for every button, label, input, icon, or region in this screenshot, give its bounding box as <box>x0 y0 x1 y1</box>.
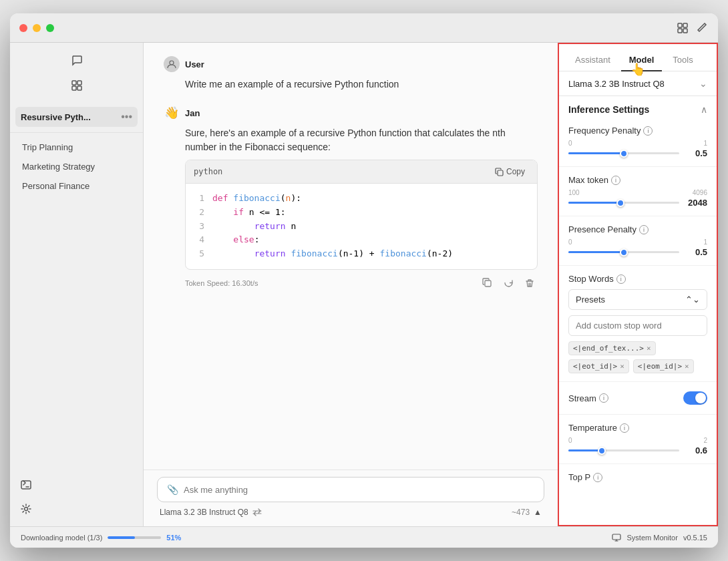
frequency-penalty-scale: 0 1 <box>568 140 707 147</box>
divider-6 <box>559 463 717 464</box>
stop-word-tag-2-remove[interactable]: × <box>620 362 624 371</box>
copy-message-icon[interactable] <box>479 275 495 291</box>
section-collapse-icon[interactable]: ∧ <box>701 104 707 115</box>
presence-penalty-value: 0.5 <box>683 247 707 257</box>
svg-rect-6 <box>72 86 76 90</box>
assistant-name: Jan <box>185 108 200 118</box>
svg-rect-4 <box>72 81 76 85</box>
temperature-slider-row: 0.6 <box>568 445 707 455</box>
presence-penalty-info[interactable]: i <box>639 225 649 234</box>
stop-word-tag-3-remove[interactable]: × <box>685 362 689 371</box>
custom-stop-word-input[interactable] <box>568 315 707 336</box>
toggle-knob <box>695 393 706 403</box>
code-header: python Copy <box>186 160 537 184</box>
tab-assistant[interactable]: Assistant <box>567 49 618 71</box>
sidebar-item-trip-planning[interactable]: Trip Planning <box>15 138 138 156</box>
more-icon[interactable]: ••• <box>121 111 132 123</box>
panel-model-name: Llama 3.2 3B Instruct Q8 <box>568 79 665 89</box>
top-p-info[interactable]: i <box>593 473 602 482</box>
token-speed: Token Speed: 16.30t/s <box>185 279 258 287</box>
max-token-setting: Max token i 100 4096 <box>559 170 717 213</box>
max-token-info[interactable]: i <box>611 176 620 185</box>
stop-words-section: Stop Words i Presets ⌃⌄ <|end_of_tex...>… <box>559 268 717 379</box>
temperature-info[interactable]: i <box>620 423 629 433</box>
minimize-button[interactable] <box>33 24 41 32</box>
swap-icon[interactable] <box>252 508 262 517</box>
stream-toggle[interactable] <box>683 391 707 405</box>
maximize-button[interactable] <box>46 24 54 32</box>
system-monitor-label[interactable]: System Monitor <box>626 534 677 542</box>
svg-point-9 <box>25 508 28 511</box>
stop-words-info[interactable]: i <box>616 274 626 284</box>
svg-rect-2 <box>678 29 682 33</box>
message-actions <box>479 275 538 291</box>
presence-penalty-slider[interactable] <box>568 251 679 253</box>
chat-input[interactable] <box>184 485 534 495</box>
frequency-penalty-value: 0.5 <box>683 148 707 158</box>
divider-1 <box>559 166 717 167</box>
grid-icon[interactable] <box>66 75 87 96</box>
code-line-3: 3 return n <box>194 220 529 234</box>
model-indicator: Llama 3.2 3B Instruct Q8 <box>160 508 262 517</box>
copy-button[interactable]: Copy <box>491 166 529 178</box>
presence-penalty-scale: 0 1 <box>568 238 707 246</box>
close-button[interactable] <box>19 24 27 32</box>
top-p-label: Top P i <box>568 472 707 482</box>
download-label: Downloading model (1/3) <box>21 534 102 542</box>
section-title: Inference Settings <box>568 104 649 115</box>
presets-dropdown[interactable]: Presets ⌃⌄ <box>568 289 707 310</box>
svg-rect-0 <box>678 23 682 27</box>
stream-info[interactable]: i <box>599 393 608 403</box>
titlebar <box>10 13 718 43</box>
section-header: Inference Settings ∧ <box>559 96 717 120</box>
refresh-icon[interactable] <box>500 275 516 291</box>
svg-rect-3 <box>683 29 687 33</box>
divider-4 <box>559 381 717 382</box>
user-message: User Write me an example of a recursive … <box>164 56 538 91</box>
panel-tabs-wrapper: Assistant Model Tools 👆 <box>559 44 717 71</box>
presets-chevron: ⌃⌄ <box>685 295 700 305</box>
chat-icon[interactable] <box>66 49 87 71</box>
message-footer: Token Speed: 16.30t/s <box>185 275 538 291</box>
statusbar-right: System Monitor v0.5.15 <box>612 533 707 542</box>
user-message-text: Write me an example of a recursive Pytho… <box>185 77 538 91</box>
svg-point-10 <box>170 61 174 65</box>
assistant-avatar: 👋 <box>164 105 180 121</box>
chat-messages: User Write me an example of a recursive … <box>144 43 558 470</box>
temperature-scale: 0 2 <box>568 437 707 444</box>
presence-penalty-label: Presence Penalty i <box>568 224 707 234</box>
frequency-penalty-info[interactable]: i <box>643 126 653 136</box>
frequency-penalty-slider[interactable] <box>568 152 679 154</box>
svg-rect-5 <box>77 81 81 85</box>
chevron-up-icon[interactable]: ▲ <box>534 508 542 517</box>
stream-label: Stream i <box>568 393 608 403</box>
sidebar-item-marketing[interactable]: Marketing Strategy <box>15 158 138 176</box>
delete-icon[interactable] <box>522 275 538 291</box>
cursor-hand-icon: 👆 <box>630 62 645 77</box>
stop-words-label: Stop Words i <box>568 274 707 284</box>
tab-tools[interactable]: Tools <box>665 49 701 71</box>
sidebar-bottom <box>10 467 143 526</box>
token-area: ~473 ▲ <box>512 508 542 517</box>
code-content: 1 def fibonacci(n): 2 if n <= 1: 3 retur… <box>186 184 537 269</box>
sidebar-item-finance[interactable]: Personal Finance <box>15 177 138 195</box>
user-name: User <box>185 59 204 69</box>
layout-icon[interactable] <box>677 22 689 34</box>
max-token-slider[interactable] <box>568 202 679 204</box>
temperature-slider[interactable] <box>568 449 679 451</box>
terminal-icon[interactable] <box>15 474 37 496</box>
stop-word-tag-1-remove[interactable]: × <box>647 344 651 353</box>
code-language: python <box>194 167 222 176</box>
stop-word-tag-1-text: <|end_of_tex...> <box>573 344 644 353</box>
right-panel: Assistant Model Tools 👆 Llama 3.2 3B Ins… <box>558 43 718 526</box>
stop-word-tag-2: <|eot_id|> × <box>568 359 629 373</box>
stop-word-tag-1: <|end_of_tex...> × <box>568 341 656 355</box>
top-p-setting: Top P i <box>559 467 717 492</box>
paperclip-icon[interactable]: 📎 <box>167 484 178 495</box>
active-chat-row[interactable]: Resursive Pyth... ••• <box>15 107 138 127</box>
settings-icon[interactable] <box>15 498 37 520</box>
temperature-setting: Temperature i 0 2 <box>559 417 717 461</box>
edit-icon[interactable] <box>697 22 709 34</box>
presence-penalty-slider-row: 0.5 <box>568 247 707 257</box>
max-token-slider-row: 2048 <box>568 198 707 208</box>
